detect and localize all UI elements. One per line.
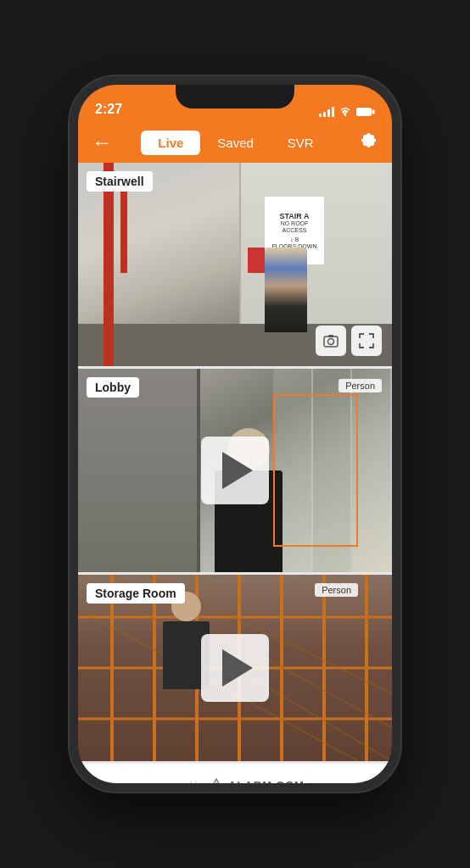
- person-tag-storage: Person: [315, 583, 358, 597]
- fullscreen-icon: [358, 332, 375, 349]
- alarm-logo-icon: [209, 777, 224, 792]
- person-silhouette: [265, 248, 307, 332]
- camera-feed-lobby[interactable]: Person Lobby: [78, 369, 392, 575]
- signal-icon: [319, 107, 334, 117]
- content-area: STAIR A NO ROOF ACCESS ↓8 FLOORS DOWN St…: [78, 163, 392, 792]
- status-icons: [319, 107, 375, 117]
- snapshot-button[interactable]: [316, 326, 346, 356]
- camera-feed-storage[interactable]: Person Storage Room: [78, 575, 392, 764]
- notch: [176, 85, 294, 108]
- play-button-lobby[interactable]: [201, 437, 269, 504]
- svg-point-21: [215, 787, 217, 789]
- fullscreen-button[interactable]: [351, 326, 382, 356]
- camera-feed-stairwell[interactable]: STAIR A NO ROOF ACCESS ↓8 FLOORS DOWN St…: [78, 163, 392, 369]
- phone-frame: 2:27: [70, 76, 400, 792]
- home-indicator[interactable]: [184, 773, 286, 776]
- svg-point-4: [328, 339, 334, 345]
- svg-rect-1: [356, 108, 372, 116]
- trademark: ®: [309, 782, 314, 789]
- footer: powered by ALARM.COM ®: [78, 764, 392, 792]
- nav-tabs: Live Saved SVR: [141, 131, 330, 155]
- back-button[interactable]: ←: [92, 131, 112, 154]
- branding: powered by ALARM.COM ®: [156, 777, 314, 792]
- person-tag-lobby: Person: [339, 379, 382, 392]
- tab-live[interactable]: Live: [141, 131, 200, 155]
- tab-saved[interactable]: Saved: [200, 131, 271, 155]
- fire-box: [248, 248, 265, 273]
- camera-label-storage: Storage Room: [87, 583, 185, 604]
- svg-point-0: [344, 114, 346, 116]
- gear-icon: [360, 131, 378, 150]
- camera-snapshot-icon: [322, 332, 339, 349]
- play-icon: [222, 452, 253, 489]
- person-detection-box: [273, 394, 358, 547]
- nav-bar: ← Live Saved SVR: [78, 122, 392, 163]
- svg-rect-2: [372, 110, 375, 114]
- settings-button[interactable]: [360, 131, 378, 154]
- play-button-storage[interactable]: [201, 634, 269, 702]
- status-time: 2:27: [95, 102, 122, 117]
- pipe-decoration: [104, 163, 114, 366]
- brand-name: ALARM.COM: [228, 779, 305, 792]
- powered-by-text: powered by: [156, 780, 204, 790]
- phone-wrapper: 2:27: [0, 0, 470, 868]
- tab-svr[interactable]: SVR: [271, 131, 331, 155]
- pipe-decoration-2: [120, 188, 127, 273]
- play-icon-storage: [222, 649, 253, 687]
- wifi-icon: [339, 107, 352, 117]
- camera-label-stairwell: Stairwell: [87, 171, 153, 192]
- camera-actions: [316, 326, 382, 356]
- camera-label-lobby: Lobby: [87, 377, 139, 398]
- svg-rect-5: [328, 335, 333, 337]
- battery-icon: [356, 107, 375, 117]
